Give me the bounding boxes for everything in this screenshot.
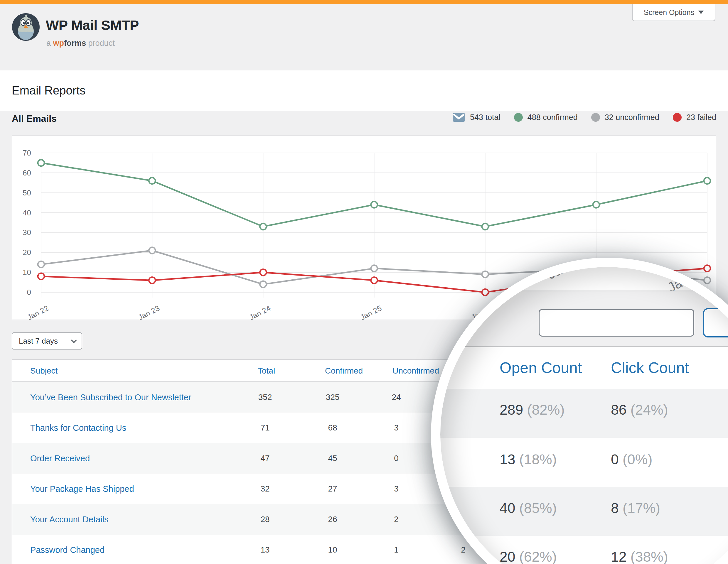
unconfirmed-cell: 1 [375, 545, 418, 555]
magnifier-content: Jan 27 Jan 28 Open Count Click Count 289… [440, 267, 728, 564]
click-count-value: 0 [611, 452, 619, 467]
svg-text:0: 0 [27, 288, 31, 297]
svg-text:Jan 24: Jan 24 [248, 304, 272, 320]
brand-tagline: a wpforms product [46, 39, 115, 48]
legend-item-failed: 23 failed [673, 113, 716, 122]
tagline-product: product [88, 39, 115, 48]
magnified-table-row: 289 (82%) 86 (24%) [440, 402, 728, 425]
open-count-value: 13 [500, 452, 515, 467]
top-orange-bar [0, 0, 728, 4]
click-count-percent: (24%) [631, 402, 668, 417]
column-header-subject[interactable]: Subject [30, 366, 58, 375]
page-title-band: Email Reports [0, 70, 728, 111]
open-count-percent: (18%) [519, 452, 557, 467]
legend-unconfirmed-count: 32 [605, 113, 614, 122]
magnified-axis-label-jan27: Jan 27 [545, 267, 588, 282]
brand-title: WP Mail SMTP [46, 17, 139, 33]
search-input[interactable] [539, 309, 694, 336]
chevron-down-icon [698, 11, 704, 14]
column-header-total[interactable]: Total [258, 366, 275, 375]
click-count-value: 12 [611, 549, 626, 564]
total-cell: 47 [244, 454, 287, 463]
tagline-forms: forms [64, 39, 86, 48]
tagline-a: a [46, 39, 51, 48]
subject-link[interactable]: Order Received [30, 454, 90, 463]
subject-link[interactable]: Password Changed [30, 545, 105, 555]
click-count-percent: (38%) [631, 549, 668, 564]
confirmed-cell: 27 [311, 484, 354, 494]
click-count-percent: (17%) [623, 500, 660, 516]
open-count-percent: (82%) [527, 402, 564, 417]
screen-options-label: Screen Options [644, 8, 694, 17]
magnified-table: Open Count Click Count 289 (82%) 86 (24%… [440, 346, 728, 564]
legend-confirmed-count: 488 [528, 113, 541, 122]
svg-text:20: 20 [23, 248, 31, 257]
legend-total-count: 543 [470, 113, 483, 122]
confirmed-cell: 68 [311, 423, 354, 432]
open-count-percent: (85%) [519, 500, 557, 516]
click-count-percent: (0%) [623, 452, 652, 467]
legend-item-total: 543 total [452, 113, 501, 122]
subject-link[interactable]: Thanks for Contacting Us [30, 423, 126, 433]
svg-text:40: 40 [23, 208, 31, 217]
svg-text:30: 30 [23, 228, 31, 237]
unconfirmed-cell: 0 [375, 454, 418, 463]
total-cell: 13 [244, 545, 287, 555]
unconfirmed-cell: 24 [375, 393, 418, 402]
date-range-value: Last 7 days [19, 336, 58, 346]
svg-text:Jan 25: Jan 25 [359, 304, 383, 320]
tagline-wp: wp [53, 39, 64, 48]
svg-text:Jan 22: Jan 22 [26, 304, 50, 320]
unconfirmed-cell: 3 [375, 484, 418, 494]
svg-text:60: 60 [23, 169, 31, 177]
column-header-open-count[interactable]: Open Count [500, 359, 582, 376]
open-count-value: 289 [500, 402, 523, 417]
unconfirmed-cell: 3 [375, 423, 418, 432]
confirmed-dot-icon [514, 113, 523, 122]
magnified-chart-border [716, 267, 717, 290]
total-cell: 71 [244, 423, 287, 432]
click-count-value: 86 [611, 402, 626, 417]
confirmed-cell: 325 [311, 393, 354, 402]
click-count-value: 8 [611, 500, 619, 516]
open-count-value: 20 [500, 549, 515, 564]
magnified-table-row: 40 (85%) 8 (17%) [440, 500, 728, 523]
subject-link[interactable]: Your Package Has Shipped [30, 484, 134, 494]
column-header-confirmed[interactable]: Confirmed [325, 366, 363, 375]
date-range-select[interactable]: Last 7 days [12, 332, 82, 349]
legend-item-confirmed: 488 confirmed [514, 113, 578, 122]
failed-dot-icon [673, 113, 682, 122]
svg-text:10: 10 [23, 268, 31, 277]
email-reports-page: Screen Options WP Mail SMTP a wpforms [0, 0, 728, 564]
subject-link[interactable]: You’ve Been Subscribed to Our Newsletter [30, 393, 191, 402]
chart-legend: 543 total 488 confirmed 32 unconfirmed 2… [452, 113, 716, 122]
total-cell: 28 [244, 515, 287, 524]
total-cell: 352 [244, 393, 287, 402]
legend-failed-label: failed [697, 113, 716, 122]
legend-confirmed-label: confirmed [543, 113, 578, 122]
legend-total-label: total [486, 113, 501, 122]
search-button[interactable] [703, 308, 728, 337]
legend-unconfirmed-label: unconfirmed [616, 113, 659, 122]
wp-mail-smtp-logo [12, 13, 40, 41]
subject-link[interactable]: Your Account Details [30, 515, 109, 524]
screen-options-button[interactable]: Screen Options [632, 4, 715, 21]
svg-text:Jan 23: Jan 23 [137, 304, 161, 320]
column-header-click-count[interactable]: Click Count [611, 359, 689, 376]
unconfirmed-dot-icon [591, 113, 600, 122]
unconfirmed-cell: 2 [375, 515, 418, 524]
confirmed-cell: 10 [311, 545, 354, 555]
column-header-unconfirmed[interactable]: Unconfirmed [392, 366, 439, 375]
plugin-header: WP Mail SMTP a wpforms product [0, 4, 728, 70]
section-title-all-emails: All Emails [12, 113, 57, 124]
legend-failed-count: 23 [686, 113, 695, 122]
open-count-value: 40 [500, 500, 515, 516]
confirmed-cell: 26 [311, 515, 354, 524]
open-count-percent: (62%) [519, 549, 557, 564]
svg-text:70: 70 [23, 149, 31, 157]
confirmed-cell: 45 [311, 454, 354, 463]
magnified-table-row: 13 (18%) 0 (0%) [440, 451, 728, 475]
svg-text:50: 50 [23, 189, 31, 197]
chevron-down-icon [71, 337, 77, 343]
total-cell: 32 [244, 484, 287, 494]
